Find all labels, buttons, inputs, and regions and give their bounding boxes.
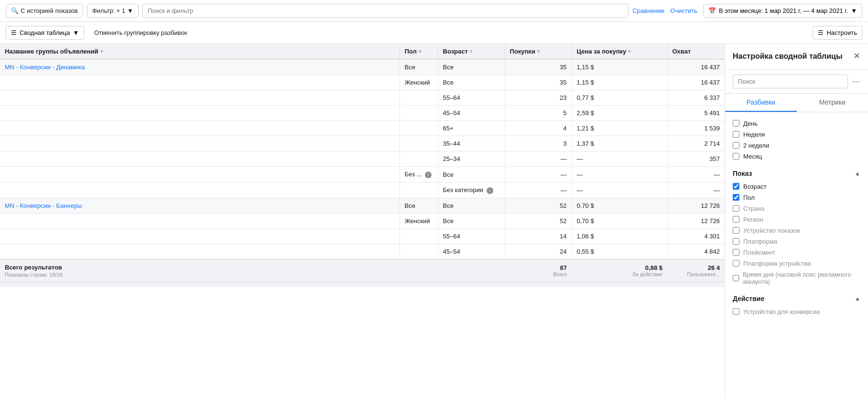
time-checkbox-item[interactable]: Месяц [733,151,860,162]
footer-reach: 26 4 Пользовате... [667,259,725,281]
show-checkbox-item[interactable]: Пол [733,192,860,203]
cell-age: 25–34 [438,151,505,167]
pivot-table-button[interactable]: ☰ Сводная таблица ▼ [6,26,84,40]
more-options-button[interactable]: ⋯ [852,76,860,86]
cell-age: 55–64 [438,229,505,244]
col-purchases-label: Покупки [510,48,535,55]
close-button[interactable]: ✕ [853,52,860,60]
table-area[interactable]: Название группы объявлений ▿ Пол ▿ Возра… [0,44,725,398]
action-checkbox-item[interactable]: Устройство для конверсии [733,306,860,317]
col-header-gender[interactable]: Пол ▿ [400,44,438,59]
panel-search-input[interactable] [733,75,848,88]
cell-gender [400,183,438,198]
show-checkbox-label: Платформа [743,238,777,245]
show-checkbox-item[interactable]: Платформа [733,236,860,247]
calendar-icon: 📅 [708,7,716,14]
info-icon[interactable]: i [487,187,493,194]
cell-price: 1,37 $ [572,136,667,151]
data-table: Название группы объявлений ▿ Пол ▿ Возра… [0,44,725,281]
show-checkbox[interactable] [733,275,739,281]
cell-price: — [572,167,667,183]
show-checkbox-group: ВозрастПолСтранаРегионУстройство показов… [733,181,860,287]
show-checkbox[interactable] [733,205,739,212]
cell-name [0,151,400,167]
info-icon[interactable]: i [425,172,432,178]
cell-purchases: 35 [505,75,572,90]
footer-total-label: Всего результатов [5,264,395,271]
cell-reach: 16 437 [667,59,725,75]
clear-link[interactable]: Очистить [670,7,697,14]
col-gender-label: Пол [405,48,417,55]
cell-purchases: 24 [505,244,572,260]
show-checkbox-item[interactable]: Платформа устройства [733,258,860,269]
table-row: 55–64230,77 $6 337 [0,90,725,106]
cell-price: — [572,151,667,167]
table-row: MN - Конверсии - ДинамикаВсеВсе351,15 $1… [0,59,725,75]
sort-icon: ▿ [470,49,472,54]
cell-reach: — [667,183,725,198]
panel-header: Настройка сводной таблицы ✕ [725,44,868,70]
show-checkbox-item[interactable]: Время дня (часовой пояс рекламного аккау… [733,269,860,287]
time-checkbox-item[interactable]: Неделя [733,129,860,140]
table-row: ЖенскийВсе520,70 $12 726 [0,214,725,229]
table-row: 25–34——357 [0,151,725,167]
cell-purchases: 5 [505,106,572,121]
cell-age: Все [438,59,505,75]
col-reach-label: Охват [673,48,691,55]
cell-gender [400,229,438,244]
time-checkbox-item[interactable]: День [733,118,860,129]
show-checkbox[interactable] [733,260,739,267]
group-name-link[interactable]: MN - Конверсии - Баннеры [5,202,82,209]
show-section-header[interactable]: Показ ▲ [733,170,860,177]
footer-purchases: 87 Всего [505,259,572,281]
date-range-button[interactable]: 📅 В этом месяце: 1 мар 2021 г. — 4 мар 2… [703,4,862,18]
tab-breakdowns[interactable]: Разбивки [725,94,797,112]
action-checkbox[interactable] [733,308,739,315]
show-checkbox-item[interactable]: Возраст [733,181,860,192]
cell-name[interactable]: MN - Конверсии - Баннеры [0,198,400,214]
horizontal-scrollbar[interactable] [0,281,725,287]
col-header-age[interactable]: Возраст ▿ [438,44,505,59]
time-checkbox[interactable] [733,120,739,127]
show-checkbox[interactable] [733,216,739,223]
col-header-reach[interactable]: Охват [667,44,725,59]
history-button[interactable]: 🔍 С историей показов [6,4,83,18]
show-checkbox-item[interactable]: Регион [733,214,860,225]
col-header-name[interactable]: Название группы объявлений ▿ [0,44,400,59]
filter-button[interactable]: Фильтр: + 1 ▼ [87,4,139,18]
show-checkbox[interactable] [733,183,739,190]
cell-gender [400,151,438,167]
show-checkbox-item[interactable]: Устройство показов [733,225,860,236]
compare-link[interactable]: Сравнение [632,7,664,14]
show-checkbox[interactable] [733,227,739,234]
show-checkbox[interactable] [733,249,739,256]
sort-icon: ▿ [100,49,103,54]
time-checkbox-item[interactable]: 2 недели [733,140,860,151]
cell-reach: — [667,167,725,183]
cell-reach: 1 539 [667,121,725,136]
cell-name[interactable]: MN - Конверсии - Динамика [0,59,400,75]
show-checkbox[interactable] [733,238,739,245]
search-input[interactable] [142,4,629,18]
action-section-header[interactable]: Действие ▲ [733,295,860,302]
customize-button[interactable]: ☰ Настроить [813,26,862,40]
time-checkbox[interactable] [733,142,739,149]
col-header-price[interactable]: Цена за покупку ▿ [572,44,667,59]
time-checkbox[interactable] [733,153,739,160]
cell-reach: 5 491 [667,106,725,121]
cell-purchases: — [505,183,572,198]
show-checkbox[interactable] [733,194,739,201]
show-checkbox-item[interactable]: Плейсмент [733,247,860,258]
cell-name [0,183,400,198]
chevron-down-icon: ▼ [127,7,133,14]
group-name-link[interactable]: MN - Конверсии - Динамика [5,64,85,71]
cell-age: Все [438,167,505,183]
time-checkbox[interactable] [733,131,739,138]
ungroup-button[interactable]: Отменить группировку разбивок [88,26,194,40]
col-header-purchases[interactable]: Покупки ▿ [505,44,572,59]
secondary-toolbar: ☰ Сводная таблица ▼ Отменить группировку… [0,22,868,44]
time-checkbox-label: День [743,120,758,127]
tab-metrics[interactable]: Метрики [797,94,868,112]
show-checkbox-item[interactable]: Страна [733,203,860,214]
footer-purchases-sub: Всего [510,271,567,277]
